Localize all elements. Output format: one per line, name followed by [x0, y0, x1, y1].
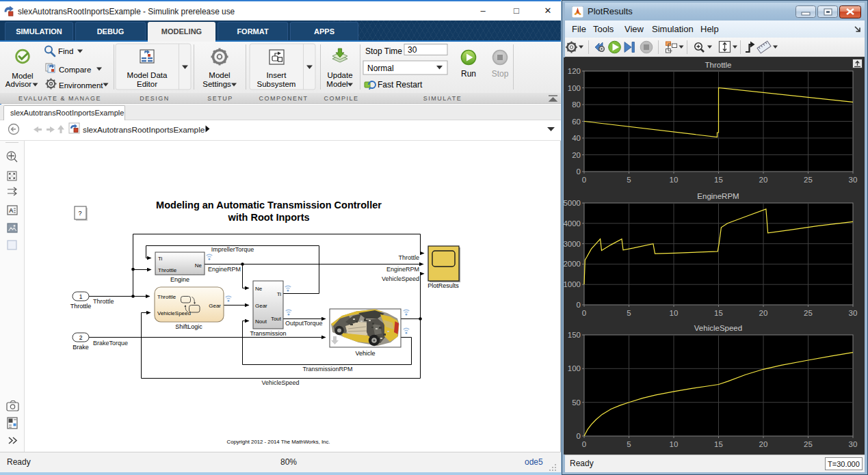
- svg-text:Model: Model: [209, 71, 230, 79]
- svg-text:Vehicle: Vehicle: [355, 350, 375, 357]
- svg-text:Brake: Brake: [73, 344, 89, 351]
- svg-text:30: 30: [408, 45, 417, 55]
- svg-text:VehicleSpeed: VehicleSpeed: [382, 275, 419, 282]
- svg-text:Model Data: Model Data: [127, 71, 168, 79]
- svg-text:1: 1: [79, 293, 83, 300]
- svg-text:EngineRPM: EngineRPM: [386, 266, 419, 273]
- svg-text:Settings: Settings: [202, 80, 231, 88]
- svg-text:Model: Model: [326, 80, 347, 88]
- svg-text:Compare: Compare: [59, 66, 91, 74]
- svg-text:EngineRPM: EngineRPM: [208, 266, 241, 273]
- svg-text:Throttle: Throttle: [70, 303, 92, 310]
- svg-text:Ne: Ne: [255, 286, 263, 292]
- svg-text:VehicleSpeed: VehicleSpeed: [157, 310, 191, 316]
- svg-text:Throttle: Throttle: [398, 254, 419, 261]
- svg-text:Model: Model: [12, 72, 33, 80]
- svg-text:Copyright 2012 - 2014 The Math: Copyright 2012 - 2014 The MathWorks, Inc…: [227, 439, 330, 445]
- svg-text:Nout: Nout: [255, 318, 267, 325]
- svg-text:Throttle: Throttle: [93, 298, 114, 305]
- svg-text:Stop Time: Stop Time: [365, 46, 402, 56]
- svg-text:ShiftLogic: ShiftLogic: [175, 323, 202, 330]
- svg-text:Update: Update: [327, 71, 352, 79]
- svg-text:Normal: Normal: [367, 64, 394, 73]
- svg-text:slexAutotransRootInportsExampl: slexAutotransRootInportsExample: [83, 125, 205, 135]
- svg-text:Fast Restart: Fast Restart: [378, 80, 423, 90]
- svg-text:Ti: Ti: [277, 291, 282, 297]
- svg-text:Gear: Gear: [255, 303, 267, 309]
- svg-text:Environment: Environment: [59, 81, 103, 90]
- svg-text:OutputTorque: OutputTorque: [285, 320, 323, 327]
- svg-text:Subsystem: Subsystem: [257, 80, 296, 88]
- svg-text:Throttle: Throttle: [157, 294, 176, 300]
- svg-text:2: 2: [79, 334, 83, 341]
- svg-text:PlotResults: PlotResults: [428, 282, 459, 289]
- svg-text:Throttle: Throttle: [158, 267, 177, 273]
- svg-text:TransmissionRPM: TransmissionRPM: [302, 366, 352, 372]
- svg-text:Gear: Gear: [209, 303, 221, 309]
- svg-text:Ne: Ne: [195, 262, 202, 269]
- svg-text:Advisor: Advisor: [5, 80, 32, 88]
- svg-text:BrakeTorque: BrakeTorque: [93, 340, 128, 347]
- svg-text:Find: Find: [58, 47, 73, 55]
- svg-text:?: ?: [78, 210, 81, 217]
- svg-text:Modeling an Automatic Transmis: Modeling an Automatic Transmission Contr…: [156, 200, 382, 211]
- svg-text:Editor: Editor: [137, 80, 157, 88]
- svg-text:Ti: Ti: [158, 256, 163, 262]
- svg-text:Stop: Stop: [492, 69, 509, 79]
- svg-text:ImprellerTorque: ImprellerTorque: [211, 246, 254, 253]
- svg-text:A: A: [9, 207, 14, 214]
- svg-text:Insert: Insert: [267, 71, 287, 79]
- svg-text:with Root Inports: with Root Inports: [227, 212, 309, 223]
- svg-text:Run: Run: [461, 69, 476, 79]
- svg-text:Transmission: Transmission: [250, 330, 286, 337]
- svg-text:Tout: Tout: [271, 316, 282, 322]
- svg-text:VehicleSpeed: VehicleSpeed: [261, 379, 299, 386]
- svg-text:Engine: Engine: [170, 276, 189, 283]
